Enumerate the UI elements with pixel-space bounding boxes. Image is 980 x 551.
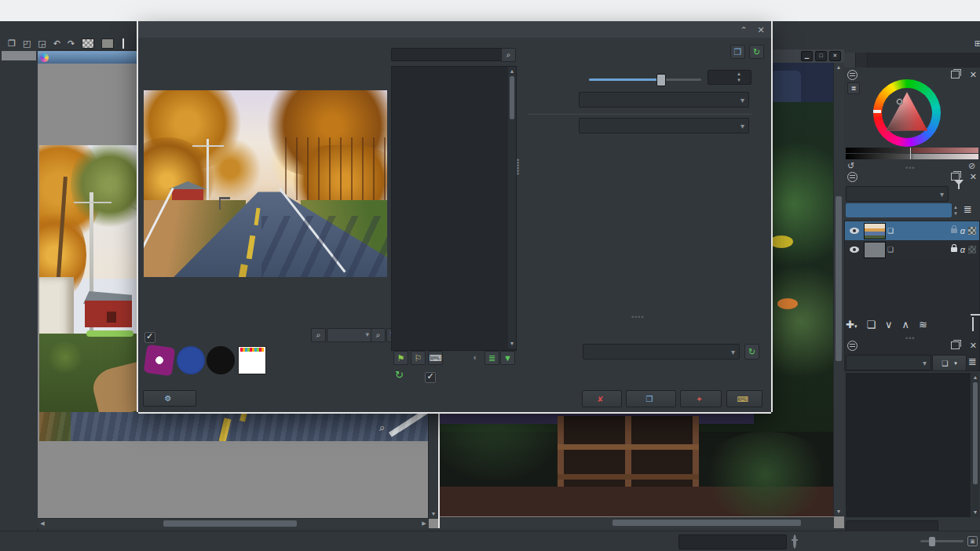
image-size-field[interactable] bbox=[678, 535, 787, 549]
right-view-vertical-scrollbar[interactable]: ▲ ▼ bbox=[833, 63, 844, 516]
close-docker-icon[interactable]: ✕ bbox=[970, 70, 977, 80]
blend-mode-select[interactable] bbox=[846, 186, 949, 202]
horizontal-splitter-handle[interactable]: •••• bbox=[631, 313, 645, 321]
zoom-slider[interactable] bbox=[920, 540, 964, 542]
layer-alpha-inherit-icon[interactable] bbox=[968, 246, 976, 254]
tag-button[interactable]: ❑ ▾ bbox=[932, 355, 967, 371]
layer-lock-icon[interactable] bbox=[951, 247, 957, 252]
preview-type-select[interactable] bbox=[579, 118, 749, 133]
input-layers-select[interactable] bbox=[583, 344, 740, 359]
layer-filter-icon[interactable] bbox=[954, 185, 964, 199]
brush-grid-scrollbar[interactable]: ▲ ▼ bbox=[971, 373, 979, 517]
sv-picker-circle[interactable] bbox=[896, 98, 903, 105]
layer-visibility-icon[interactable] bbox=[850, 228, 859, 234]
layer-alpha-icon[interactable]: α bbox=[960, 226, 965, 235]
layer-alpha-icon[interactable]: α bbox=[960, 245, 965, 254]
new-document-icon[interactable]: ❐ bbox=[8, 38, 16, 49]
layer-row-base[interactable]: ❏ α bbox=[845, 221, 979, 240]
subwindow-minimize-icon[interactable]: ▁ bbox=[801, 51, 813, 61]
canvas-rotation-icon[interactable] bbox=[793, 535, 796, 549]
filter-search-input[interactable] bbox=[391, 48, 503, 61]
layers-close-icon[interactable]: ✕ bbox=[970, 172, 977, 182]
zoom-slider-handle[interactable] bbox=[929, 537, 935, 546]
splitter-handle[interactable]: •••••• bbox=[516, 159, 520, 175]
brush-presets-docker: ✕ ❑ ▾ ≣ ▲ ▼ bbox=[844, 338, 980, 367]
layer-properties-icon[interactable]: ≋ bbox=[919, 319, 927, 330]
opacity-spin-icons[interactable]: ▲▼ bbox=[953, 204, 958, 217]
add-layer-icon[interactable]: ✚▾ bbox=[846, 319, 857, 330]
gmic-dialog-titlebar[interactable] bbox=[138, 21, 771, 38]
subwindow-close-icon[interactable]: ✕ bbox=[829, 51, 841, 61]
apply-button[interactable]: ✦ bbox=[680, 390, 722, 407]
search-icon[interactable]: ⌕ bbox=[501, 48, 516, 62]
refresh-filters-icon[interactable]: ↻ bbox=[395, 369, 404, 381]
layer-alpha-inherit-icon[interactable] bbox=[968, 227, 976, 235]
left-view-horizontal-scrollbar[interactable]: ◀ ▶ bbox=[38, 518, 429, 528]
wrench-icon: ⚙ bbox=[165, 394, 172, 403]
reset-parameters-icon[interactable]: ↻ bbox=[749, 45, 764, 59]
download-filters-icon[interactable]: ▼ bbox=[500, 351, 515, 365]
canvas-painting-left-strip[interactable] bbox=[39, 145, 138, 412]
tab-advanced-color-selector[interactable] bbox=[844, 53, 856, 68]
duplicate-layer-icon[interactable]: ❏ bbox=[866, 319, 876, 330]
refresh-layers-icon[interactable]: ↻ bbox=[744, 344, 759, 359]
cancel-button[interactable]: ✘ bbox=[582, 390, 622, 407]
remove-favorite-icon[interactable]: ⚐ bbox=[411, 351, 426, 365]
filter-list-scrollbar[interactable]: ▲ ▼ bbox=[508, 67, 516, 348]
docker-menu-icon[interactable] bbox=[847, 70, 858, 80]
web-update-icon[interactable]: ◐ bbox=[469, 351, 482, 363]
redo-icon[interactable]: ↷ bbox=[68, 38, 75, 49]
selector-settings-icon[interactable]: ≣ bbox=[847, 82, 860, 94]
move-layer-up-icon[interactable]: ∧ bbox=[902, 319, 910, 330]
internet-checkbox[interactable] bbox=[425, 372, 436, 383]
ok-button[interactable]: ⌨ bbox=[726, 390, 762, 407]
open-document-icon[interactable]: ◰ bbox=[23, 38, 31, 49]
layer-lock-icon[interactable] bbox=[951, 228, 957, 233]
subwindow-maximize-icon[interactable]: □ bbox=[815, 51, 827, 61]
right-view-horizontal-scrollbar[interactable] bbox=[440, 517, 834, 528]
fullscreen-button[interactable]: ❐ bbox=[626, 390, 676, 407]
brush-view-mode-icon[interactable]: ≣ bbox=[968, 356, 977, 367]
save-icon[interactable]: ◲ bbox=[38, 38, 46, 49]
brush-close-icon[interactable]: ✕ bbox=[970, 341, 977, 351]
layer-visibility-icon[interactable] bbox=[850, 246, 859, 253]
copy-command-icon[interactable]: ❐ bbox=[730, 45, 745, 59]
zoom-out-icon[interactable]: ⌕ bbox=[311, 328, 326, 342]
layers-menu-icon[interactable] bbox=[847, 172, 858, 182]
pattern-chooser-swatch[interactable] bbox=[101, 38, 114, 49]
preset-group-select[interactable] bbox=[846, 355, 931, 370]
zoom-in-icon[interactable]: ⌕ bbox=[371, 328, 386, 342]
brush-presets-header[interactable]: ✕ bbox=[844, 338, 980, 352]
workspace-chooser-icon[interactable]: ⊞ bbox=[975, 38, 980, 49]
gradient-chooser-swatch[interactable] bbox=[82, 38, 94, 49]
add-favorite-icon[interactable]: ⚑ bbox=[393, 351, 408, 365]
color-space-select[interactable] bbox=[579, 92, 749, 108]
delete-layer-icon[interactable] bbox=[972, 317, 974, 331]
settings-button[interactable]: ⚙ bbox=[143, 390, 196, 407]
dialog-shade-icon[interactable]: ⌃ bbox=[738, 24, 749, 35]
dialog-close-icon[interactable]: ✕ bbox=[755, 24, 766, 35]
opacity-slider[interactable] bbox=[846, 203, 952, 217]
zoom-100-icon[interactable]: ▣ bbox=[967, 536, 978, 546]
main-window-titlebar[interactable] bbox=[0, 0, 980, 21]
preview-checkbox[interactable] bbox=[144, 332, 155, 343]
brush-menu-icon[interactable] bbox=[847, 341, 858, 351]
tint-gradient-bar[interactable] bbox=[846, 154, 978, 159]
value-gradient-bar[interactable] bbox=[846, 148, 978, 153]
float-docker-icon[interactable] bbox=[951, 71, 960, 78]
undo-icon[interactable]: ↶ bbox=[53, 38, 60, 49]
layer-row-background[interactable]: ❏ α bbox=[845, 240, 979, 259]
filter-sources-icon[interactable]: ≣ bbox=[485, 351, 499, 365]
tab-tool-options[interactable] bbox=[856, 53, 868, 68]
amplitude-slider-handle[interactable] bbox=[656, 74, 666, 86]
amplitude-spin-up-icon[interactable]: ▲▼ bbox=[737, 71, 741, 83]
preview-zoom-combo[interactable] bbox=[327, 328, 372, 342]
move-layer-down-icon[interactable]: ∨ bbox=[885, 319, 893, 330]
ok-icon: ⌨ bbox=[737, 395, 748, 403]
brush-float-icon[interactable] bbox=[951, 341, 960, 349]
layer-options-icon[interactable]: ≣ bbox=[964, 203, 972, 215]
amplitude-spinbox[interactable] bbox=[708, 70, 751, 85]
rename-favorite-icon[interactable]: ⌨ bbox=[428, 351, 443, 365]
canvas-painting-road-strip[interactable] bbox=[39, 412, 429, 441]
toolbox-drag-handle[interactable] bbox=[2, 51, 36, 60]
